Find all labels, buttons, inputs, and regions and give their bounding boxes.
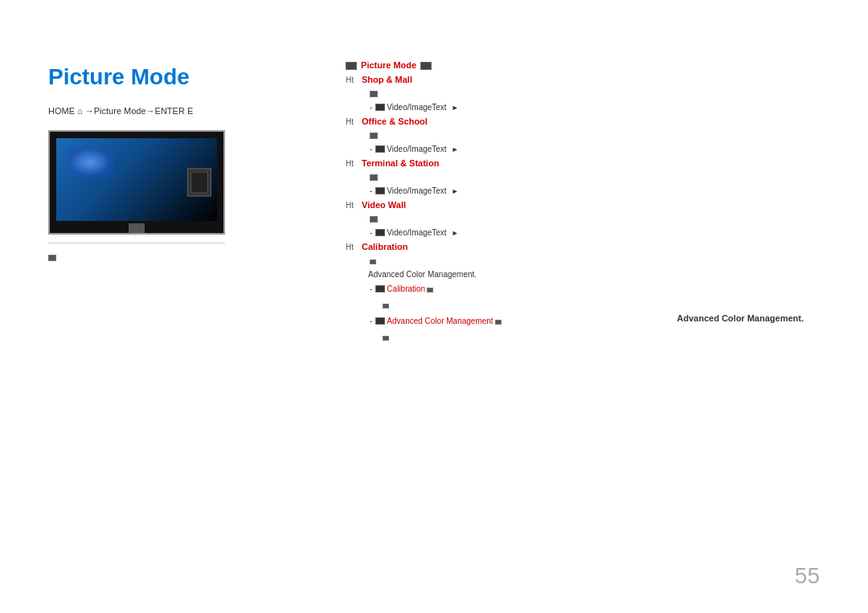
video-icon-terminal: [375, 187, 385, 194]
ht-label-calibration: Ht: [346, 243, 358, 251]
dash-adv-color: -: [370, 317, 372, 325]
terminal-indent: [370, 170, 683, 184]
terminal-station-title: Terminal & Station: [362, 158, 439, 168]
shop-sub-row: - Video/ImageText ►: [370, 103, 683, 112]
dash-calibration: -: [370, 284, 372, 293]
breadcrumb: HOME ⌂ →Picture Mode→ENTER E: [48, 106, 289, 116]
breadcrumb-home-icon: ⌂: [77, 106, 85, 116]
page-number: 55: [795, 563, 820, 589]
bt-icon-title: [346, 62, 357, 70]
calib-small-icon2: [383, 304, 389, 309]
office-sub-row: - Video/ImageText ►: [370, 145, 683, 153]
arrow-office: ►: [452, 145, 459, 153]
page-container: Picture Mode HOME ⌂ →Picture Mode→ENTER …: [0, 0, 868, 613]
video-wall-header: Ht Video Wall: [346, 200, 683, 210]
left-section: Picture Mode HOME ⌂ →Picture Mode→ENTER …: [48, 64, 289, 264]
dash-shop: -: [370, 103, 372, 112]
video-wall-icon: [370, 216, 378, 223]
video-icon-shop: [375, 104, 385, 111]
arrow-shop: ►: [452, 104, 459, 112]
shop-mall-header: Ht Shop & Mall: [346, 75, 683, 84]
advanced-color-intro: Advanced Color Management.: [368, 270, 683, 279]
dash-office: -: [370, 145, 372, 153]
menu-item-video-wall: Ht Video Wall - Video/ImageText ►: [346, 200, 683, 237]
office-school-title: Office & School: [362, 116, 428, 126]
shop-mall-title: Shop & Mall: [362, 75, 412, 84]
video-icon-office: [375, 145, 385, 153]
arrow-video-wall: ►: [452, 229, 459, 237]
menu-title-end-icon: [419, 60, 432, 70]
tv-screen-highlight: [66, 146, 114, 178]
adv-indent2: [383, 329, 683, 344]
breadcrumb-home: HOME: [48, 106, 75, 116]
shop-indent: [370, 86, 683, 100]
adv-color-sub: - Advanced Color Management: [370, 313, 683, 328]
office-sub-text: Video/ImageText: [387, 145, 446, 153]
office-indent: [370, 128, 683, 142]
menu-title: Picture Mode: [346, 60, 683, 70]
calib-icon: [375, 285, 385, 292]
calibration-sub-text: Calibration: [387, 284, 425, 293]
tv-image: [48, 130, 225, 235]
menu-item-calibration: Ht Calibration Advanced Color Management…: [346, 242, 683, 344]
adv-color-sub-text: Advanced Color Management: [387, 317, 493, 325]
calibration-sub-calibration: - Calibration: [370, 281, 683, 296]
terminal-icon: [370, 174, 378, 181]
dash-video: -: [370, 228, 372, 237]
video-wall-title: Video Wall: [362, 200, 406, 210]
office-school-header: Ht Office & School: [346, 116, 683, 126]
page-title: Picture Mode: [48, 64, 289, 90]
menu-item-terminal-station: Ht Terminal & Station - Video/ImageText …: [346, 158, 683, 195]
menu-item-shop-mall: Ht Shop & Mall - Video/ImageText ►: [346, 75, 683, 112]
ht-label-terminal: Ht: [346, 159, 358, 168]
terminal-station-header: Ht Terminal & Station: [346, 158, 683, 168]
video-wall-indent: [370, 211, 683, 226]
adv-end-icon: [495, 313, 502, 328]
breadcrumb-path: →Picture Mode→ENTER E: [85, 106, 193, 116]
video-wall-sub-row: - Video/ImageText ►: [370, 228, 683, 237]
office-icon: [370, 133, 378, 139]
adv-small-icon2: [383, 336, 389, 341]
calibration-title: Calibration: [362, 242, 407, 251]
calibration-indent: [370, 253, 683, 268]
calibration-icon: [370, 260, 376, 264]
calib-end-icon: [427, 281, 433, 296]
ht-label-office: Ht: [346, 117, 358, 126]
right-section: Picture Mode Ht Shop & Mall - Video/Imag…: [346, 60, 683, 349]
video-icon-wall: [375, 229, 385, 236]
shop-icon: [370, 91, 378, 97]
calibration-header: Ht Calibration: [346, 242, 683, 251]
dash-terminal: -: [370, 186, 372, 195]
side-note: Advanced Color Management.: [677, 313, 804, 323]
menu-item-office-school: Ht Office & School - Video/ImageText ►: [346, 116, 683, 153]
calib-indent2: [383, 297, 683, 312]
small-icon: [48, 255, 56, 261]
menu-title-icon: [346, 60, 359, 70]
adv-color-icon: [375, 317, 385, 325]
tv-icon-secondary: [187, 169, 211, 197]
menu-title-text: Picture Mode: [361, 60, 416, 70]
ht-label-shop: Ht: [346, 76, 358, 84]
tv-stand: [129, 223, 145, 233]
arrow-terminal: ►: [452, 187, 459, 195]
terminal-sub-row: - Video/ImageText ►: [370, 186, 683, 195]
terminal-sub-text: Video/ImageText: [387, 186, 446, 195]
shop-sub-text: Video/ImageText: [387, 103, 446, 112]
ht-label-video: Ht: [346, 201, 358, 210]
video-wall-sub-text: Video/ImageText: [387, 228, 446, 237]
divider: [48, 243, 225, 243]
